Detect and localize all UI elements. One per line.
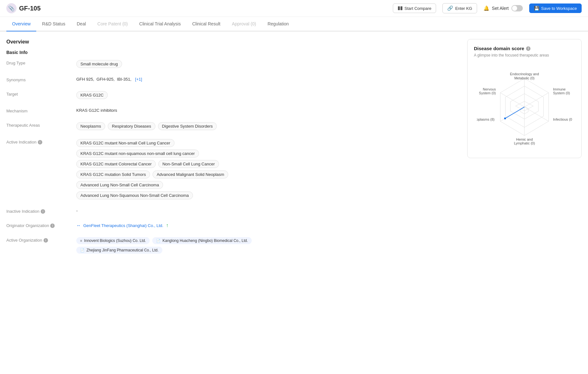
svg-text:Lymphatic (0): Lymphatic (0) (514, 141, 535, 145)
originator-org-container: ↔ GenFleet Therapeutics (Shanghai) Co., … (76, 223, 168, 228)
tab-core-patent: Core Patent (0) (92, 17, 133, 31)
therapeutic-areas-row: Therapeutic Areas Neoplasms Respiratory … (6, 122, 461, 130)
active-org-row: Active Organization i ≡ Innovent Biologi… (6, 237, 461, 254)
indication-tag-0: KRAS G12C mutant Non-small Cell Lung Can… (76, 139, 174, 147)
set-alert-container: 🔔 Set Alert (483, 5, 523, 11)
originator-growth-icon: ↑ (166, 223, 168, 228)
svg-text:Hemic and: Hemic and (516, 137, 533, 141)
mechanism-label: Mechanism (6, 108, 76, 113)
active-indication-info-icon[interactable]: i (38, 140, 42, 144)
svg-text:Endocrinology and: Endocrinology and (510, 72, 539, 76)
indication-tag-6: Advanced Lung Non-Small Cell Carcinoma (76, 181, 163, 189)
svg-rect-0 (398, 6, 400, 10)
header: 📎 GF-105 Start Compare 🔗 Enter KG 🔔 Set … (0, 0, 588, 17)
target-tag: KRAS G12C (76, 91, 108, 99)
brand-logo: 📎 GF-105 (6, 3, 41, 13)
indication-row-3: KRAS G12C mutation Solid Tumors Advanced… (76, 170, 228, 178)
synonyms-more-link[interactable]: [+1] (135, 77, 142, 82)
start-compare-button[interactable]: Start Compare (393, 3, 436, 13)
active-org-name-0: Innovent Biologics (Suzhou) Co. Ltd. (84, 238, 146, 243)
enter-kg-button[interactable]: 🔗 Enter KG (442, 3, 477, 13)
synonyms-label: Synonyms (6, 77, 76, 82)
inactive-indication-row: Inactive Indication i - (6, 208, 461, 214)
disease-score-card: Disease domain score i A glimpse into th… (467, 39, 582, 158)
active-indication-value: KRAS G12C mutant Non-small Cell Lung Can… (76, 139, 461, 199)
active-indication-label: Active Indication i (6, 139, 76, 144)
tab-approval: Approval (0) (226, 17, 262, 31)
svg-text:System (0): System (0) (553, 91, 570, 95)
save-icon: 💾 (534, 6, 539, 11)
disease-score-info-icon[interactable]: i (526, 46, 530, 51)
indication-tag-5: Advanced Malignant Solid Neoplasm (153, 170, 228, 178)
active-org-badge-1: 📄 Kanglong Huacheng (Ningbo) Biomedical … (152, 237, 252, 244)
overview-title: Overview (6, 39, 461, 45)
indication-row-0: KRAS G12C mutant Non-small Cell Lung Can… (76, 139, 174, 147)
mechanism-text: KRAS G12C inhibitors (76, 108, 117, 113)
active-org-info-icon[interactable]: i (44, 238, 48, 243)
therapeutic-areas-value: Neoplasms Respiratory Diseases Digestive… (76, 122, 461, 130)
logo-icon: 📎 (6, 3, 17, 13)
mechanism-value: KRAS G12C inhibitors (76, 108, 461, 113)
svg-text:Metabolic (0): Metabolic (0) (514, 76, 535, 80)
svg-line-9 (524, 107, 549, 121)
drug-title: GF-105 (19, 5, 41, 12)
inactive-indication-info-icon[interactable]: i (41, 209, 45, 214)
synonyms-row: Synonyms GFH 925, GFH-925, IBI-351, [+1] (6, 77, 461, 82)
svg-text:Immune: Immune (553, 87, 566, 91)
active-org-value: ≡ Innovent Biologics (Suzhou) Co. Ltd. 📄… (76, 237, 461, 254)
svg-text:Infectious (0): Infectious (0) (553, 117, 572, 121)
svg-line-8 (524, 93, 549, 107)
indication-tag-1: KRAS G12C mutant non-squamous non-small … (76, 150, 199, 157)
alert-toggle[interactable] (511, 5, 523, 11)
tab-clinical-result[interactable]: Clinical Result (187, 17, 226, 31)
svg-line-12 (500, 93, 524, 107)
drug-type-value: Small molecule drug (76, 60, 461, 68)
indication-tag-2: KRAS G12C mutant Colorectal Cancer (76, 160, 156, 168)
basic-info-title: Basic Info (6, 50, 461, 55)
org-icon-1: 📄 (156, 239, 161, 243)
compare-icon (398, 6, 403, 11)
inactive-indication-label: Inactive Indication i (6, 208, 76, 214)
originator-org-label: Originator Organization i (6, 223, 76, 228)
main-content: Overview Basic Info Drug Type Small mole… (0, 31, 588, 270)
indication-row-1: KRAS G12C mutant non-squamous non-small … (76, 150, 199, 157)
therapeutic-tag-2: Digestive System Disorders (158, 122, 217, 130)
active-org-row-1: 📄 Zhejiang JinFang Pharmaceutical Co., L… (76, 247, 252, 254)
originator-org-row: Originator Organization i ↔ GenFleet The… (6, 223, 461, 228)
tab-regulation[interactable]: Regulation (262, 17, 295, 31)
indication-tag-3: Non-Small Cell Lung Cancer (158, 160, 219, 168)
navigation-tabs: Overview R&D Status Deal Core Patent (0)… (0, 17, 588, 31)
originator-org-link[interactable]: GenFleet Therapeutics (Shanghai) Co., Lt… (83, 223, 163, 228)
disease-score-title: Disease domain score i (474, 46, 575, 51)
org-icon-0: ≡ (80, 239, 82, 243)
inactive-dash: - (76, 208, 78, 213)
svg-text:Neoplasms (8): Neoplasms (8) (477, 117, 495, 121)
tab-clinical-trial[interactable]: Clinical Trial Analysis (133, 17, 187, 31)
drug-type-label: Drug Type (6, 60, 76, 65)
active-org-badge-2: 📄 Zhejiang JinFang Pharmaceutical Co., L… (76, 247, 162, 254)
active-org-label: Active Organization i (6, 237, 76, 243)
mechanism-row: Mechanism KRAS G12C inhibitors (6, 108, 461, 113)
active-org-badge-0: ≡ Innovent Biologics (Suzhou) Co. Ltd. (76, 237, 150, 244)
svg-text:System (0): System (0) (479, 91, 496, 95)
indication-tag-7: Advanced Lung Non-Squamous Non-Small Cel… (76, 191, 193, 199)
tab-rd-status[interactable]: R&D Status (36, 17, 71, 31)
tab-deal[interactable]: Deal (71, 17, 92, 31)
svg-rect-1 (400, 6, 402, 10)
tab-overview[interactable]: Overview (6, 17, 36, 31)
content-right: Disease domain score i A glimpse into th… (467, 39, 582, 263)
indication-row-4: Advanced Lung Non-Small Cell Carcinoma (76, 181, 163, 189)
originator-org-info-icon[interactable]: i (50, 224, 55, 228)
target-value: KRAS G12C (76, 91, 461, 99)
therapeutic-tag-1: Respiratory Diseases (108, 122, 155, 130)
alert-icon: 🔔 (483, 5, 489, 11)
svg-marker-13 (505, 107, 524, 118)
therapeutic-areas-label: Therapeutic Areas (6, 122, 76, 128)
radar-chart-container: .axis-label { font-size: 11px; fill: #55… (477, 63, 572, 151)
target-label: Target (6, 91, 76, 97)
originator-org-value: ↔ GenFleet Therapeutics (Shanghai) Co., … (76, 223, 461, 228)
active-org-list: ≡ Innovent Biologics (Suzhou) Co. Ltd. 📄… (76, 237, 252, 254)
active-indication-row: Active Indication i KRAS G12C mutant Non… (6, 139, 461, 199)
save-workspace-button[interactable]: 💾 Save to Workspace (529, 3, 582, 13)
disease-score-subtitle: A glimpse into the focused therapeutic a… (474, 53, 575, 57)
